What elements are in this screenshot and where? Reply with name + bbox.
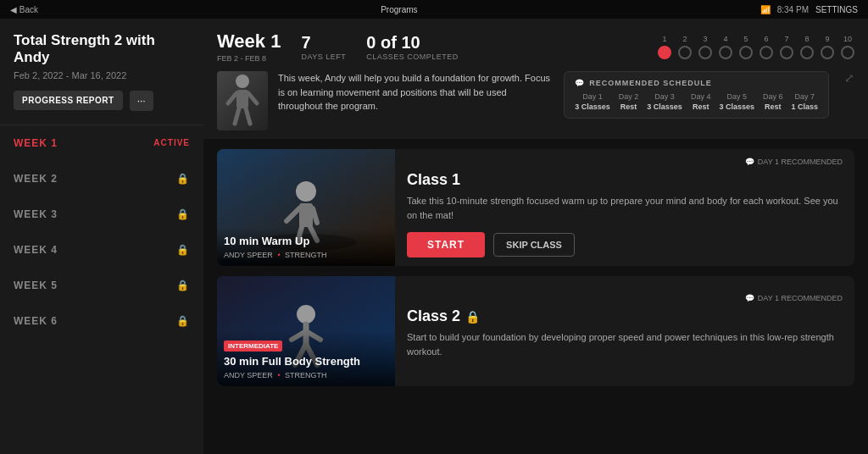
week-nav: WEEK 1 ACTIVE WEEK 2 🔒 WEEK 3 🔒 WEEK 4 🔒… [0,125,203,440]
program-dates: Feb 2, 2022 - Mar 16, 2022 [0,70,203,91]
class-1-meta: ANDY SPEER • STRENGTH [224,251,388,259]
back-nav[interactable]: ◀ Back [10,5,38,14]
trainer-image [217,71,268,130]
dot-3-circle [698,46,712,59]
class-1-actions: START SKIP CLASS [407,232,843,257]
dot-6-label: 6 [764,35,768,43]
sidebar-item-week6[interactable]: WEEK 6 🔒 [0,303,203,339]
chat-icon-2: 💬 [745,294,754,302]
content-header: Week 1 FEB 2 - FEB 8 7 DAYS LEFT 0 of 10… [203,19,868,139]
sidebar-item-week3[interactable]: WEEK 3 🔒 [0,197,203,232]
svg-line-5 [246,108,250,124]
class-2-meta: ANDY SPEER • STRENGTH [224,371,388,379]
dot-4-label: 4 [723,35,727,43]
dot-8-label: 8 [804,35,809,43]
week4-lock-icon: 🔒 [176,244,190,256]
main-layout: Total Strength 2 with Andy Feb 2, 2022 -… [0,19,868,454]
dot-1[interactable]: 1 [658,35,671,59]
class-2-overlay: INTERMEDIATE 30 min Full Body Strength A… [217,329,395,386]
dot-9[interactable]: 9 [821,35,834,59]
dot-7[interactable]: 7 [780,35,793,59]
schedule-icon: 💬 [575,79,585,87]
dot-8-circle [800,46,814,59]
week4-label: WEEK 4 [14,244,58,256]
sidebar-item-week4[interactable]: WEEK 4 🔒 [0,232,203,268]
dot-1-label: 1 [662,35,666,43]
class-1-overlay: 10 min Warm Up ANDY SPEER • STRENGTH [217,228,395,266]
class-card-2: INTERMEDIATE 30 min Full Body Strength A… [217,276,854,386]
dot-1-circle [658,46,671,59]
svg-point-8 [296,181,316,202]
sidebar-item-week2[interactable]: WEEK 2 🔒 [0,161,203,197]
dot-2-circle [678,46,692,59]
class-card-1: 10 min Warm Up ANDY SPEER • STRENGTH 💬 D… [217,149,854,266]
dot-5-label: 5 [743,35,748,43]
top-bar: ◀ Back Programs 📶 8:34 PM SETTINGS [0,0,868,19]
sched-day-7: Day 7 1 Class [791,92,818,111]
week6-lock-icon: 🔒 [176,315,190,327]
sidebar-item-week5[interactable]: WEEK 5 🔒 [0,268,203,303]
class-2-type: STRENGTH [285,371,327,379]
dot-3-label: 3 [703,35,707,43]
content-area: Week 1 FEB 2 - FEB 8 7 DAYS LEFT 0 of 10… [203,19,868,454]
class-2-lock-icon: 🔒 [465,310,480,324]
schedule-box: 💬 RECOMMENDED SCHEDULE Day 1 3 Classes D… [564,71,829,119]
program-title: Total Strength 2 with Andy [0,32,203,70]
dot-6[interactable]: 6 [760,35,773,59]
wifi-icon: 📶 [760,5,771,14]
week-dots: 1 2 3 4 5 [658,35,854,59]
svg-line-2 [228,93,236,103]
days-left-label: DAYS LEFT [301,53,346,61]
week5-label: WEEK 5 [14,280,58,291]
dot-3[interactable]: 3 [698,35,712,59]
class-1-thumb-title: 10 min Warm Up [224,235,388,248]
dot-8[interactable]: 8 [800,35,814,59]
class-1-type: STRENGTH [285,251,327,259]
dot-10-label: 10 [843,35,852,43]
class-2-instructor: ANDY SPEER [224,371,273,379]
dot-10[interactable]: 10 [841,35,854,59]
sched-day-5: Day 5 3 Classes [719,92,754,111]
week-title-block: Week 1 FEB 2 - FEB 8 [217,30,281,63]
days-left-value: 7 [301,33,346,53]
classes-value: 0 of 10 [366,33,459,53]
week2-label: WEEK 2 [14,173,58,185]
dot-6-circle [760,46,773,59]
week3-label: WEEK 3 [14,208,58,220]
dot-5[interactable]: 5 [739,35,753,59]
svg-line-3 [248,93,257,103]
days-left-block: 7 DAYS LEFT [301,33,346,61]
class-2-info: 💬 DAY 1 RECOMMENDED Class 2 🔒 Start to b… [395,276,854,386]
dot-9-label: 9 [825,35,829,43]
svg-line-4 [235,108,239,124]
more-options-button[interactable]: ··· [130,91,153,111]
dot-4[interactable]: 4 [719,35,732,59]
class-1-skip-button[interactable]: SKIP CLASS [493,233,575,257]
info-row: This week, Andy will help you build a fo… [217,71,854,130]
sidebar-item-week1[interactable]: WEEK 1 ACTIVE [0,125,203,161]
progress-report-button[interactable]: PROGRESS REPORT [14,91,123,110]
sidebar-actions: PROGRESS REPORT ··· [0,91,203,125]
time-display: 8:34 PM [777,5,809,14]
sched-day-6: Day 6 Rest [763,92,783,111]
schedule-title: 💬 RECOMMENDED SCHEDULE [575,79,818,87]
programs-label: Programs [381,5,417,14]
dot-4-circle [719,46,732,59]
sched-day-1: Day 1 3 Classes [575,92,610,111]
week1-label: WEEK 1 [14,137,58,149]
week2-lock-icon: 🔒 [176,173,190,185]
week3-lock-icon: 🔒 [176,208,190,220]
expand-icon[interactable]: ⤢ [844,71,854,85]
class-2-title: Class 2 🔒 [407,307,843,325]
schedule-days: Day 1 3 Classes Day 2 Rest Day 3 3 Class… [575,92,818,111]
week-title: Week 1 [217,30,281,53]
week6-label: WEEK 6 [14,315,58,327]
class-1-thumbnail: 10 min Warm Up ANDY SPEER • STRENGTH [217,149,395,266]
week-row: Week 1 FEB 2 - FEB 8 7 DAYS LEFT 0 of 10… [217,30,854,63]
dot-2[interactable]: 2 [678,35,692,59]
dot-2-label: 2 [682,35,687,43]
class-1-instructor: ANDY SPEER [224,251,273,259]
class-1-start-button[interactable]: START [407,232,485,257]
settings-link[interactable]: SETTINGS [815,5,858,14]
dot-10-circle [841,46,854,59]
